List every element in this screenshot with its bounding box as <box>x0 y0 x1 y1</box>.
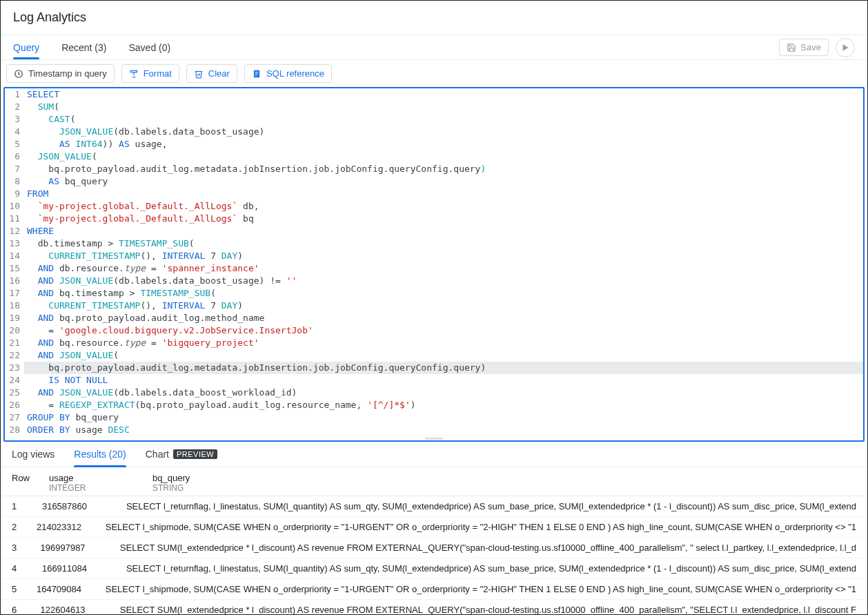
editor-toolbar: Timestamp in query Format Clear SQL refe… <box>1 60 867 87</box>
cell-usage: 196997987 <box>41 543 120 553</box>
table-row[interactable]: 3196997987SELECT SUM(l_extendedprice * l… <box>1 538 867 558</box>
cell-bqquery: SELECT l_returnflag, l_linestatus, SUM(l… <box>126 501 856 511</box>
doc-icon <box>252 69 262 79</box>
top-tabs: Query Recent (3) Saved (0) Save <box>1 35 867 60</box>
svg-marker-0 <box>843 44 849 50</box>
cell-usage: 316587860 <box>42 501 126 511</box>
clear-button[interactable]: Clear <box>186 64 237 83</box>
clear-label: Clear <box>208 68 230 79</box>
format-button[interactable]: Format <box>121 64 179 83</box>
format-label: Format <box>144 68 172 79</box>
cell-row: 1 <box>12 501 42 511</box>
play-icon <box>840 43 850 52</box>
svg-rect-5 <box>255 73 259 74</box>
col-row-header: Row <box>12 473 49 493</box>
table-row[interactable]: 4166911084SELECT l_returnflag, l_linesta… <box>1 558 867 579</box>
clock-icon <box>14 69 23 79</box>
table-row[interactable]: 2214023312SELECT l_shipmode, SUM(CASE WH… <box>1 517 867 538</box>
page-title: Log Analytics <box>13 10 855 25</box>
save-button[interactable]: Save <box>779 39 829 56</box>
table-row[interactable]: 6122604613SELECT SUM(l_extendedprice * l… <box>1 600 867 615</box>
timestamp-button[interactable]: Timestamp in query <box>6 64 115 83</box>
sql-editor[interactable]: 1SELECT 2 SUM( 3 CAST( 4 JSON_VALUE(db.l… <box>3 87 865 442</box>
save-icon <box>787 43 796 52</box>
header: Log Analytics <box>1 1 867 35</box>
run-button[interactable] <box>836 38 855 57</box>
cell-row: 3 <box>12 543 41 553</box>
col-bqquery-header: bq_query STRING <box>152 473 856 493</box>
tab-recent[interactable]: Recent (3) <box>61 37 106 59</box>
tab-results[interactable]: Results (20) <box>74 449 126 467</box>
cell-bqquery: SELECT SUM(l_extendedprice * l_discount)… <box>120 605 856 615</box>
cell-usage: 214023312 <box>37 522 106 532</box>
resize-handle[interactable] <box>5 436 863 440</box>
cell-bqquery: SELECT SUM(l_extendedprice * l_discount)… <box>120 543 856 553</box>
tab-saved[interactable]: Saved (0) <box>128 37 170 59</box>
results-body: 1316587860SELECT l_returnflag, l_linesta… <box>1 496 867 615</box>
editor-content[interactable]: 1SELECT 2 SUM( 3 CAST( 4 JSON_VALUE(db.l… <box>5 88 863 436</box>
cell-bqquery: SELECT l_shipmode, SUM(CASE WHEN o_order… <box>106 522 856 532</box>
cell-row: 6 <box>12 605 41 615</box>
cell-row: 4 <box>12 563 42 574</box>
cell-row: 5 <box>12 584 37 594</box>
sqlref-label: SQL reference <box>266 68 324 79</box>
cell-usage: 164709084 <box>37 584 106 594</box>
table-row[interactable]: 5164709084SELECT l_shipmode, SUM(CASE WH… <box>1 579 867 600</box>
col-usage-header: usage INTEGER <box>49 473 152 493</box>
results-header: Row usage INTEGER bq_query STRING <box>1 467 867 496</box>
cell-bqquery: SELECT l_returnflag, l_linestatus, SUM(l… <box>126 563 856 574</box>
save-button-label: Save <box>800 42 821 52</box>
results-tabs: Log views Results (20) Chart PREVIEW <box>1 442 867 467</box>
sql-reference-button[interactable]: SQL reference <box>244 64 332 83</box>
format-icon <box>129 69 139 79</box>
tab-chart-label: Chart <box>146 449 169 460</box>
cell-usage: 166911084 <box>42 563 126 574</box>
table-row[interactable]: 1316587860SELECT l_returnflag, l_linesta… <box>1 496 867 517</box>
svg-rect-2 <box>130 70 137 72</box>
timestamp-label: Timestamp in query <box>28 68 107 79</box>
cell-usage: 122604613 <box>41 605 120 615</box>
tab-chart[interactable]: Chart PREVIEW <box>146 449 217 467</box>
cell-bqquery: SELECT l_shipmode, SUM(CASE WHEN o_order… <box>106 584 856 594</box>
tab-query[interactable]: Query <box>13 37 39 59</box>
svg-rect-4 <box>255 72 259 72</box>
trash-icon <box>194 69 204 79</box>
tab-log-views[interactable]: Log views <box>12 449 55 467</box>
svg-rect-6 <box>255 75 257 75</box>
cell-row: 2 <box>12 522 37 532</box>
preview-badge: PREVIEW <box>173 449 217 459</box>
